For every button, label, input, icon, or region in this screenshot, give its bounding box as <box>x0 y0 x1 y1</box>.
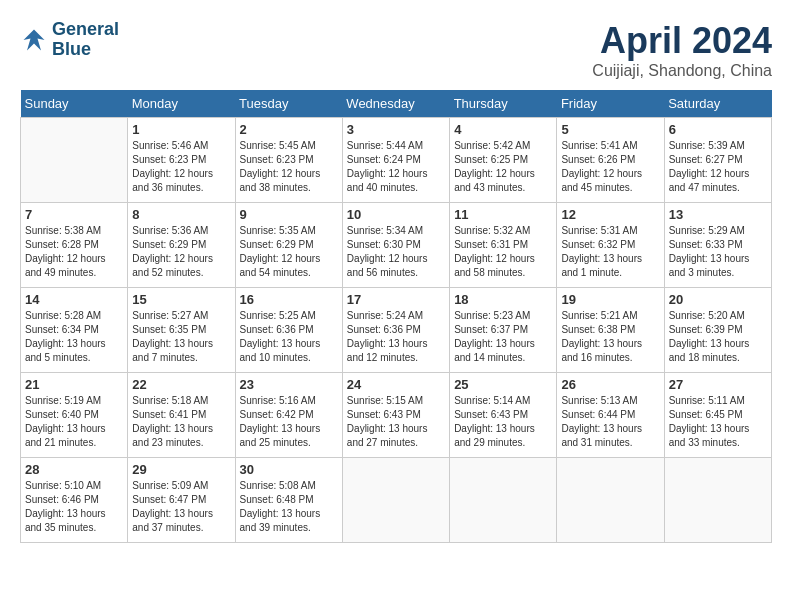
day-cell: 14Sunrise: 5:28 AM Sunset: 6:34 PM Dayli… <box>21 288 128 373</box>
svg-marker-0 <box>24 29 45 50</box>
day-info: Sunrise: 5:25 AM Sunset: 6:36 PM Dayligh… <box>240 309 338 365</box>
weekday-header-thursday: Thursday <box>450 90 557 118</box>
day-cell <box>557 458 664 543</box>
day-info: Sunrise: 5:27 AM Sunset: 6:35 PM Dayligh… <box>132 309 230 365</box>
day-number: 10 <box>347 207 445 222</box>
day-cell: 4Sunrise: 5:42 AM Sunset: 6:25 PM Daylig… <box>450 118 557 203</box>
week-row-2: 7Sunrise: 5:38 AM Sunset: 6:28 PM Daylig… <box>21 203 772 288</box>
day-number: 22 <box>132 377 230 392</box>
day-cell: 27Sunrise: 5:11 AM Sunset: 6:45 PM Dayli… <box>664 373 771 458</box>
day-cell: 3Sunrise: 5:44 AM Sunset: 6:24 PM Daylig… <box>342 118 449 203</box>
day-number: 19 <box>561 292 659 307</box>
day-info: Sunrise: 5:42 AM Sunset: 6:25 PM Dayligh… <box>454 139 552 195</box>
day-number: 3 <box>347 122 445 137</box>
day-number: 29 <box>132 462 230 477</box>
weekday-header-wednesday: Wednesday <box>342 90 449 118</box>
calendar-header: SundayMondayTuesdayWednesdayThursdayFrid… <box>21 90 772 118</box>
day-info: Sunrise: 5:10 AM Sunset: 6:46 PM Dayligh… <box>25 479 123 535</box>
day-number: 18 <box>454 292 552 307</box>
day-cell: 19Sunrise: 5:21 AM Sunset: 6:38 PM Dayli… <box>557 288 664 373</box>
day-cell: 23Sunrise: 5:16 AM Sunset: 6:42 PM Dayli… <box>235 373 342 458</box>
day-number: 13 <box>669 207 767 222</box>
day-info: Sunrise: 5:31 AM Sunset: 6:32 PM Dayligh… <box>561 224 659 280</box>
week-row-3: 14Sunrise: 5:28 AM Sunset: 6:34 PM Dayli… <box>21 288 772 373</box>
day-number: 5 <box>561 122 659 137</box>
day-info: Sunrise: 5:46 AM Sunset: 6:23 PM Dayligh… <box>132 139 230 195</box>
logo: General Blue <box>20 20 119 60</box>
day-cell <box>450 458 557 543</box>
day-cell: 26Sunrise: 5:13 AM Sunset: 6:44 PM Dayli… <box>557 373 664 458</box>
week-row-5: 28Sunrise: 5:10 AM Sunset: 6:46 PM Dayli… <box>21 458 772 543</box>
day-info: Sunrise: 5:20 AM Sunset: 6:39 PM Dayligh… <box>669 309 767 365</box>
day-cell: 15Sunrise: 5:27 AM Sunset: 6:35 PM Dayli… <box>128 288 235 373</box>
day-cell: 25Sunrise: 5:14 AM Sunset: 6:43 PM Dayli… <box>450 373 557 458</box>
day-cell: 9Sunrise: 5:35 AM Sunset: 6:29 PM Daylig… <box>235 203 342 288</box>
day-cell: 7Sunrise: 5:38 AM Sunset: 6:28 PM Daylig… <box>21 203 128 288</box>
day-cell: 12Sunrise: 5:31 AM Sunset: 6:32 PM Dayli… <box>557 203 664 288</box>
day-number: 25 <box>454 377 552 392</box>
day-cell: 8Sunrise: 5:36 AM Sunset: 6:29 PM Daylig… <box>128 203 235 288</box>
day-number: 17 <box>347 292 445 307</box>
day-number: 30 <box>240 462 338 477</box>
day-info: Sunrise: 5:44 AM Sunset: 6:24 PM Dayligh… <box>347 139 445 195</box>
day-info: Sunrise: 5:13 AM Sunset: 6:44 PM Dayligh… <box>561 394 659 450</box>
day-cell <box>342 458 449 543</box>
day-cell: 28Sunrise: 5:10 AM Sunset: 6:46 PM Dayli… <box>21 458 128 543</box>
day-cell: 18Sunrise: 5:23 AM Sunset: 6:37 PM Dayli… <box>450 288 557 373</box>
day-cell <box>21 118 128 203</box>
day-info: Sunrise: 5:14 AM Sunset: 6:43 PM Dayligh… <box>454 394 552 450</box>
day-number: 21 <box>25 377 123 392</box>
day-info: Sunrise: 5:45 AM Sunset: 6:23 PM Dayligh… <box>240 139 338 195</box>
day-info: Sunrise: 5:09 AM Sunset: 6:47 PM Dayligh… <box>132 479 230 535</box>
day-info: Sunrise: 5:11 AM Sunset: 6:45 PM Dayligh… <box>669 394 767 450</box>
day-number: 15 <box>132 292 230 307</box>
week-row-4: 21Sunrise: 5:19 AM Sunset: 6:40 PM Dayli… <box>21 373 772 458</box>
calendar-body: 1Sunrise: 5:46 AM Sunset: 6:23 PM Daylig… <box>21 118 772 543</box>
location-subtitle: Cuijiaji, Shandong, China <box>592 62 772 80</box>
day-info: Sunrise: 5:39 AM Sunset: 6:27 PM Dayligh… <box>669 139 767 195</box>
day-number: 8 <box>132 207 230 222</box>
day-number: 1 <box>132 122 230 137</box>
day-info: Sunrise: 5:21 AM Sunset: 6:38 PM Dayligh… <box>561 309 659 365</box>
day-info: Sunrise: 5:23 AM Sunset: 6:37 PM Dayligh… <box>454 309 552 365</box>
day-info: Sunrise: 5:34 AM Sunset: 6:30 PM Dayligh… <box>347 224 445 280</box>
day-info: Sunrise: 5:41 AM Sunset: 6:26 PM Dayligh… <box>561 139 659 195</box>
day-cell <box>664 458 771 543</box>
day-number: 20 <box>669 292 767 307</box>
day-number: 6 <box>669 122 767 137</box>
weekday-header-friday: Friday <box>557 90 664 118</box>
day-number: 7 <box>25 207 123 222</box>
day-number: 12 <box>561 207 659 222</box>
day-info: Sunrise: 5:29 AM Sunset: 6:33 PM Dayligh… <box>669 224 767 280</box>
day-info: Sunrise: 5:15 AM Sunset: 6:43 PM Dayligh… <box>347 394 445 450</box>
day-cell: 22Sunrise: 5:18 AM Sunset: 6:41 PM Dayli… <box>128 373 235 458</box>
day-info: Sunrise: 5:35 AM Sunset: 6:29 PM Dayligh… <box>240 224 338 280</box>
day-cell: 5Sunrise: 5:41 AM Sunset: 6:26 PM Daylig… <box>557 118 664 203</box>
day-cell: 20Sunrise: 5:20 AM Sunset: 6:39 PM Dayli… <box>664 288 771 373</box>
logo-blue: Blue <box>52 39 91 59</box>
day-number: 26 <box>561 377 659 392</box>
month-title: April 2024 <box>592 20 772 62</box>
weekday-header-tuesday: Tuesday <box>235 90 342 118</box>
day-info: Sunrise: 5:24 AM Sunset: 6:36 PM Dayligh… <box>347 309 445 365</box>
title-section: April 2024 Cuijiaji, Shandong, China <box>592 20 772 80</box>
weekday-header-saturday: Saturday <box>664 90 771 118</box>
day-info: Sunrise: 5:36 AM Sunset: 6:29 PM Dayligh… <box>132 224 230 280</box>
logo-icon <box>20 26 48 54</box>
day-number: 2 <box>240 122 338 137</box>
day-cell: 10Sunrise: 5:34 AM Sunset: 6:30 PM Dayli… <box>342 203 449 288</box>
day-info: Sunrise: 5:32 AM Sunset: 6:31 PM Dayligh… <box>454 224 552 280</box>
day-cell: 21Sunrise: 5:19 AM Sunset: 6:40 PM Dayli… <box>21 373 128 458</box>
day-info: Sunrise: 5:19 AM Sunset: 6:40 PM Dayligh… <box>25 394 123 450</box>
weekday-header-sunday: Sunday <box>21 90 128 118</box>
day-number: 11 <box>454 207 552 222</box>
day-cell: 17Sunrise: 5:24 AM Sunset: 6:36 PM Dayli… <box>342 288 449 373</box>
day-number: 4 <box>454 122 552 137</box>
day-number: 27 <box>669 377 767 392</box>
day-info: Sunrise: 5:38 AM Sunset: 6:28 PM Dayligh… <box>25 224 123 280</box>
day-info: Sunrise: 5:16 AM Sunset: 6:42 PM Dayligh… <box>240 394 338 450</box>
day-cell: 11Sunrise: 5:32 AM Sunset: 6:31 PM Dayli… <box>450 203 557 288</box>
day-number: 14 <box>25 292 123 307</box>
page-header: General Blue April 2024 Cuijiaji, Shando… <box>20 20 772 80</box>
day-cell: 2Sunrise: 5:45 AM Sunset: 6:23 PM Daylig… <box>235 118 342 203</box>
